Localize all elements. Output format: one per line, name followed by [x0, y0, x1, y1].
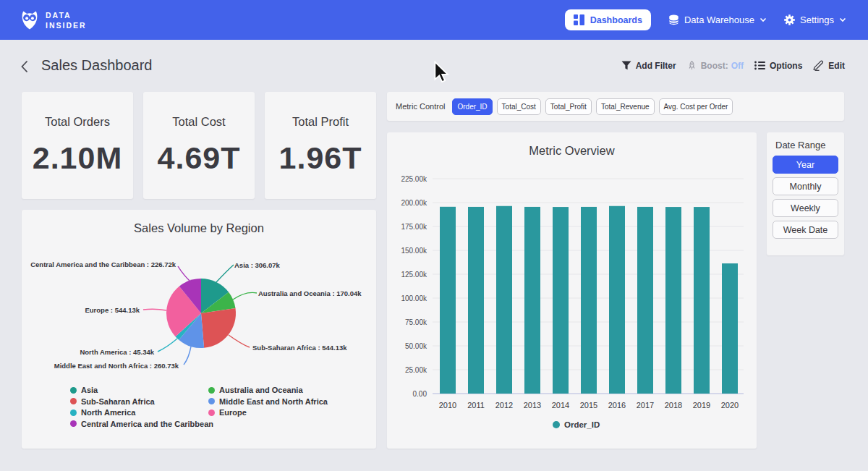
legend-dot [208, 387, 215, 394]
dashboards-label: Dashboards [590, 15, 642, 25]
pie-label: Asia : 306.07k [234, 261, 281, 269]
x-tick-label: 2012 [495, 401, 513, 410]
bar[interactable] [665, 207, 681, 394]
metric-control-bar: Metric Control Order_IDTotal_CostTotal_P… [387, 92, 844, 121]
filter-icon [621, 61, 631, 70]
add-filter-button[interactable]: Add Filter [621, 61, 676, 71]
data-warehouse-label: Data Warehouse [684, 14, 754, 25]
legend-label: Central America and the Caribbean [81, 420, 213, 428]
y-tick-label: 100.00k [401, 294, 427, 302]
pie-chart-card: Sales Volume by Region Asia : 306.07kAus… [22, 210, 376, 449]
add-filter-label: Add Filter [636, 61, 676, 71]
kpi-card: Total Orders2.10M [22, 92, 133, 199]
pie-slice[interactable] [201, 308, 236, 348]
page-title: Sales Dashboard [41, 57, 152, 74]
options-button[interactable]: Options [754, 61, 802, 71]
top-navbar: DATA INSIDER Dashboards Data Warehouse [0, 0, 868, 40]
bar-legend-dot [553, 421, 560, 428]
edit-button[interactable]: Edit [813, 60, 845, 71]
pie-legend-item: Australia and Oceania [208, 386, 303, 394]
pie-leader-line [216, 265, 234, 282]
dashboards-button[interactable]: Dashboards [565, 9, 651, 30]
pie-label: Middle East and North Africa : 260.73k [54, 362, 179, 370]
date-range-button[interactable]: Year [773, 156, 838, 174]
metric-control-label: Metric Control [396, 102, 445, 111]
legend-label: Sub-Saharan Africa [81, 397, 155, 406]
legend-label: Europe [219, 408, 247, 417]
metric-chip[interactable]: Avg. Cost per Order [659, 98, 733, 115]
bar[interactable] [694, 207, 710, 394]
rocket-icon [687, 61, 697, 70]
navbar-menu: Dashboards Data Warehouse [565, 0, 846, 40]
legend-dot [208, 398, 215, 404]
y-tick-label: 200.00k [401, 199, 427, 207]
pie-legend-item: Asia [70, 386, 98, 394]
x-tick-label: 2014 [552, 401, 569, 410]
data-warehouse-menu[interactable]: Data Warehouse [668, 14, 767, 25]
kpi-value: 2.10M [33, 140, 123, 176]
metric-chip[interactable]: Total_Cost [497, 98, 541, 115]
kpi-value: 1.96T [279, 140, 362, 176]
legend-dot [70, 387, 77, 394]
brand-logo[interactable]: DATA INSIDER [20, 9, 87, 30]
pie-label: Central America and the Caribbean : 226.… [30, 260, 176, 268]
date-range-buttons: YearMonthlyWeeklyWeek Date [767, 156, 844, 239]
bar[interactable] [468, 207, 484, 394]
date-range-button[interactable]: Week Date [773, 221, 838, 239]
x-tick-label: 2010 [439, 401, 456, 410]
y-tick-label: 150.00k [401, 247, 427, 255]
pie-legend-item: North America [70, 408, 135, 417]
back-button[interactable] [20, 60, 29, 73]
boost-toggle[interactable]: Boost: Off [687, 61, 744, 71]
bar[interactable] [581, 207, 597, 394]
date-range-button[interactable]: Weekly [773, 199, 838, 217]
bar[interactable] [722, 263, 738, 394]
kpi-label: Total Profit [292, 115, 349, 129]
bar-chart: 0.0025.00k50.00k75.00k100.00k125.00k150.… [387, 132, 757, 449]
options-label: Options [770, 61, 802, 71]
pie-legend-item: Sub-Saharan Africa [70, 397, 155, 406]
pie-leader-line [143, 309, 166, 310]
kpi-label: Total Orders [45, 115, 110, 129]
kpi-value: 4.69T [158, 140, 241, 176]
y-tick-label: 125.00k [401, 271, 427, 279]
kpi-card: Total Cost4.69T [143, 92, 255, 199]
owl-logo-icon [20, 9, 40, 30]
bar[interactable] [440, 207, 456, 394]
gear-icon [784, 14, 795, 25]
y-tick-label: 75.00k [405, 318, 427, 326]
bar[interactable] [524, 207, 540, 394]
bar-legend-label: Order_ID [564, 420, 600, 429]
y-tick-label: 175.00k [401, 223, 427, 231]
date-range-label: Date Range [775, 140, 844, 150]
bar[interactable] [496, 206, 512, 394]
bar-chart-card: Metric Overview 0.0025.00k50.00k75.00k10… [387, 132, 757, 449]
legend-dot [70, 398, 77, 404]
metric-chip[interactable]: Order_ID [452, 98, 492, 115]
bar[interactable] [609, 206, 625, 394]
metric-chip[interactable]: Total_Revenue [596, 98, 655, 115]
legend-dot [70, 420, 77, 427]
bar[interactable] [553, 207, 569, 394]
metric-chip[interactable]: Total_Profit [545, 98, 592, 115]
x-tick-label: 2015 [580, 401, 597, 410]
y-tick-label: 50.00k [405, 342, 427, 350]
x-tick-label: 2019 [693, 401, 710, 410]
date-range-button[interactable]: Monthly [773, 177, 838, 195]
settings-menu[interactable]: Settings [784, 14, 846, 25]
legend-label: Australia and Oceania [219, 386, 303, 394]
chevron-down-icon [760, 17, 767, 22]
kpi-label: Total Cost [172, 115, 225, 129]
boost-value: Off [731, 61, 744, 71]
header-actions: Add Filter Boost: Off Options Ed [621, 60, 845, 71]
bar[interactable] [637, 207, 653, 394]
pie-legend-item: Middle East and North Africa [208, 397, 328, 406]
metric-chip-row: Order_IDTotal_CostTotal_ProfitTotal_Reve… [452, 98, 733, 115]
y-tick-label: 225.00k [401, 175, 427, 183]
x-tick-label: 2013 [524, 401, 541, 410]
y-tick-label: 25.00k [405, 366, 427, 374]
pie-leader-line [229, 335, 250, 347]
legend-label: Middle East and North Africa [219, 397, 328, 406]
date-range-card: Date Range YearMonthlyWeeklyWeek Date [767, 132, 844, 255]
legend-label: Asia [81, 386, 98, 394]
